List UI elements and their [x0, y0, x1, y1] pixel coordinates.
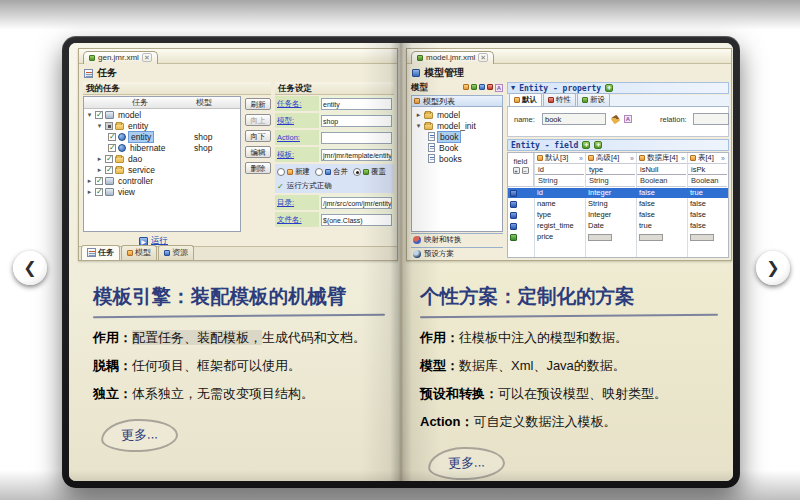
expander-closed-icon[interactable]	[415, 111, 422, 119]
expander-closed-icon[interactable]	[86, 188, 93, 196]
checkbox-checked-icon[interactable]	[105, 166, 113, 174]
tab-traits[interactable]: 特性	[543, 93, 576, 106]
relation-field[interactable]	[693, 113, 729, 125]
task-name-field[interactable]: entity	[321, 98, 392, 110]
package-icon	[105, 177, 114, 185]
field-row-price[interactable]: price	[508, 232, 728, 242]
package-icon	[105, 111, 114, 119]
collapse-triangle-icon[interactable]: ▼	[511, 84, 515, 92]
move-up-button[interactable]: 向上	[245, 114, 271, 126]
field-row-type[interactable]: type Integer false false	[508, 210, 728, 220]
move-down-button[interactable]: 向下	[245, 130, 271, 142]
entity-field-header[interactable]: Entity - field	[507, 139, 729, 151]
preset-plan-item[interactable]: 预设方案	[411, 247, 503, 260]
close-tab-icon[interactable]: ✕	[142, 53, 152, 62]
refresh-button[interactable]: 刷新	[245, 98, 271, 110]
editor-tab-model-jmr[interactable]: model.jmr.xml ✕	[411, 51, 494, 64]
rename-icon[interactable]	[624, 115, 632, 123]
expander-open-icon[interactable]	[96, 122, 103, 130]
prev-page-button[interactable]: ❮	[13, 251, 47, 285]
tree-row-books[interactable]: books	[412, 153, 502, 164]
name-label: name:	[514, 115, 535, 124]
radio-new[interactable]	[277, 168, 285, 176]
name-field[interactable]: book	[542, 113, 606, 125]
edit-pencil-icon[interactable]	[611, 115, 621, 125]
tree-row-model-init[interactable]: model_init	[412, 120, 502, 131]
add-field-icon[interactable]	[582, 141, 590, 149]
field-row-name[interactable]: name String false false	[508, 199, 728, 209]
checkbox-checked-icon[interactable]	[95, 111, 103, 119]
field-row-id[interactable]: id Integer false true	[508, 188, 728, 198]
group-table[interactable]: 表[4] »	[688, 153, 727, 164]
toolbar-icon-sort[interactable]	[495, 84, 503, 92]
field-corner: field +−	[508, 153, 534, 187]
checkbox-partial-icon[interactable]	[105, 122, 113, 130]
group-database[interactable]: 数据库[4] »	[637, 153, 687, 164]
tree-row-hibernate[interactable]: hibernate shop	[84, 142, 240, 153]
edit-cell[interactable]	[588, 234, 612, 241]
tree-row-entity[interactable]: entity shop	[84, 131, 240, 142]
group-more-icon[interactable]: »	[579, 155, 583, 162]
add-field-group-icon[interactable]	[594, 141, 602, 149]
column-model: 模型	[196, 97, 212, 108]
tab-new-setting[interactable]: 新设	[577, 93, 610, 106]
tree-row-book[interactable]: book	[412, 131, 502, 142]
expander-open-icon[interactable]	[86, 111, 93, 119]
toolbar-icon-3[interactable]	[479, 84, 485, 90]
next-page-button[interactable]: ❯	[756, 251, 790, 285]
more-button[interactable]: 更多...	[100, 418, 178, 454]
checkbox-checked-icon[interactable]	[108, 144, 116, 152]
mapping-conversion-item[interactable]: 映射和转换	[411, 233, 503, 246]
page-right: model.jmr.xml ✕ 模型管理 模型	[401, 43, 733, 481]
directory-field[interactable]: /jmr/src/com/jmr/entity	[321, 197, 392, 209]
edit-button[interactable]: 编辑	[245, 146, 271, 158]
radio-merge[interactable]	[315, 168, 323, 176]
action-field[interactable]	[321, 132, 392, 144]
checkbox-checked-icon[interactable]	[105, 155, 113, 163]
filename-field[interactable]: $(one.Class)	[321, 214, 392, 226]
tree-row-model[interactable]: model	[412, 109, 502, 120]
expander-open-icon[interactable]	[415, 122, 422, 130]
group-advanced[interactable]: 高级[4] »	[586, 153, 636, 164]
toolbar-icon-2[interactable]	[471, 84, 477, 90]
tree-row-model[interactable]: model	[84, 109, 240, 120]
tree-row-dao[interactable]: dao	[84, 153, 240, 164]
close-tab-icon[interactable]: ✕	[478, 53, 488, 62]
group-default[interactable]: 默认[3] »	[535, 153, 585, 164]
tab-model[interactable]: 模型	[121, 245, 157, 260]
tree-row-Book[interactable]: Book	[412, 142, 502, 153]
expander-closed-icon[interactable]	[96, 166, 103, 174]
editor-tab-gen-jmr[interactable]: gen.jmr.xml ✕	[83, 51, 158, 64]
field-row-regist-time[interactable]: regist_time Date true false	[508, 221, 728, 231]
tab-tasks[interactable]: 任务	[81, 245, 120, 260]
checkbox-checked-icon[interactable]	[95, 177, 103, 185]
toolbar-icon-4[interactable]	[487, 84, 493, 90]
toolbar-icon-1[interactable]	[463, 84, 469, 90]
tab-default[interactable]: 默认	[509, 93, 542, 106]
remove-row-icon[interactable]: −	[522, 167, 529, 174]
tree-row-service[interactable]: service	[84, 164, 240, 175]
task-table: 任务 模型 model enti	[83, 96, 241, 232]
delete-button[interactable]: 删除	[245, 162, 271, 174]
checkbox-checked-icon[interactable]	[108, 133, 116, 141]
add-row-icon[interactable]: +	[513, 167, 520, 174]
col-name: isNull	[637, 164, 686, 175]
checkbox-checked-icon[interactable]	[95, 188, 103, 196]
tree-row-controller[interactable]: controller	[84, 175, 240, 186]
model-field[interactable]: shop	[321, 115, 392, 127]
group-more-icon[interactable]: »	[721, 155, 725, 162]
edit-cell[interactable]	[690, 234, 714, 241]
tab-resources[interactable]: 资源	[158, 245, 194, 260]
group-more-icon[interactable]: »	[630, 155, 634, 162]
expander-closed-icon[interactable]	[96, 155, 103, 163]
article-line: 独立：体系独立，无需改变项目结构。	[93, 385, 385, 403]
tree-row-view[interactable]: view	[84, 186, 240, 197]
group-more-icon[interactable]: »	[681, 155, 685, 162]
add-property-icon[interactable]	[605, 84, 613, 92]
more-button[interactable]: 更多...	[427, 446, 505, 481]
template-field[interactable]: jmr/jmr/template/entity.java.jsl	[321, 149, 392, 161]
radio-overwrite[interactable]	[353, 168, 361, 176]
expander-closed-icon[interactable]	[86, 177, 93, 185]
edit-cell[interactable]	[639, 234, 663, 241]
tree-row-entity-folder[interactable]: entity	[84, 120, 240, 131]
